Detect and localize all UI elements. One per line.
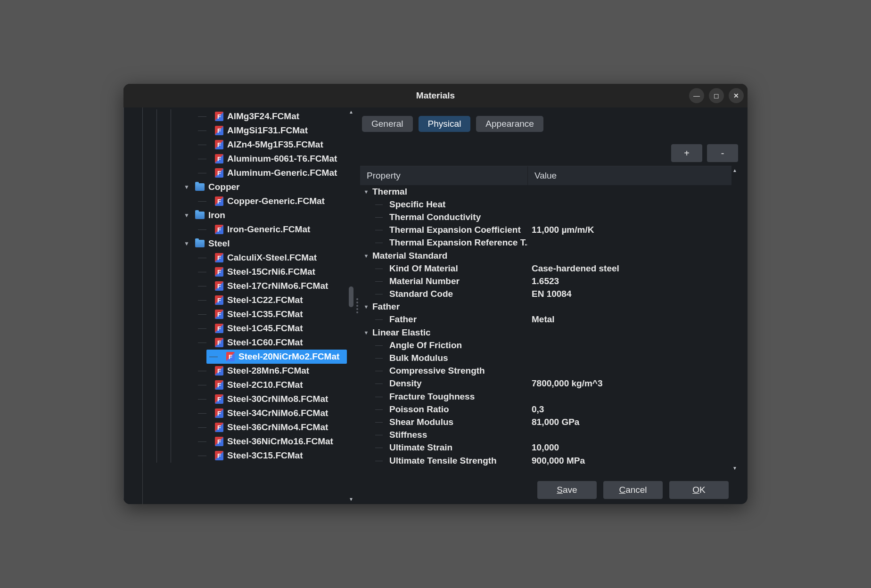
group-label: Material Standard	[372, 251, 447, 261]
material-file[interactable]: FSteel-30CrNiMo8.FCMat	[140, 392, 348, 406]
property-value[interactable]: 10,000	[528, 442, 731, 453]
property-value[interactable]: Metal	[528, 314, 731, 325]
save-button[interactable]: Save	[537, 481, 597, 499]
material-file[interactable]: FSteel-20NiCrMo2.FCMat	[206, 350, 347, 364]
fcmat-icon: F	[215, 154, 223, 163]
property-row[interactable]: Thermal Conductivity	[360, 211, 731, 223]
file-label: AlMg3F24.FCMat	[227, 111, 299, 122]
property-group[interactable]: ▼Linear Elastic	[360, 326, 731, 339]
material-file[interactable]: FSteel-15CrNi6.FCMat	[140, 265, 348, 279]
tab-appearance[interactable]: Appearance	[476, 116, 543, 132]
material-file[interactable]: FSteel-36CrNiMo4.FCMat	[140, 420, 348, 434]
property-value[interactable]: 900,000 MPa	[528, 456, 731, 466]
property-name: Thermal Expansion Reference T...	[389, 237, 528, 248]
property-scrollbar[interactable]: ▲ ▼	[731, 166, 738, 476]
material-tree[interactable]: FAlMg3F24.FCMatFAlMgSi1F31.FCMatFAlZn4-5…	[140, 107, 354, 504]
property-value[interactable]: 1.6523	[528, 276, 731, 286]
property-value[interactable]: 11,000 µm/m/K	[528, 225, 731, 235]
material-file[interactable]: FSteel-36NiCrMo16.FCMat	[140, 434, 348, 449]
property-row[interactable]: FatherMetal	[360, 313, 731, 326]
material-file[interactable]: FSteel-1C45.FCMat	[140, 321, 348, 335]
scroll-up-icon[interactable]: ▲	[348, 109, 354, 115]
material-file[interactable]: FAlMgSi1F31.FCMat	[140, 123, 348, 138]
chevron-down-icon: ▼	[363, 253, 370, 259]
group-label: Linear Elastic	[372, 327, 431, 338]
title-bar: Materials — ◻ ✕	[123, 84, 748, 107]
property-value[interactable]: Case-hardened steel	[528, 263, 731, 274]
property-group[interactable]: ▼Thermal	[360, 185, 731, 198]
property-table[interactable]: Property Value ▼ThermalSpecific HeatTher…	[360, 166, 731, 476]
material-file[interactable]: FSteel-1C22.FCMat	[140, 293, 348, 307]
tree-scrollbar[interactable]: ▲ ▼	[348, 109, 354, 502]
file-label: Steel-36CrNiMo4.FCMat	[227, 422, 328, 433]
property-row[interactable]: Standard CodeEN 10084	[360, 288, 731, 301]
file-label: Steel-1C35.FCMat	[227, 309, 303, 319]
property-row[interactable]: Specific Heat	[360, 198, 731, 211]
property-row[interactable]: Material Number1.6523	[360, 275, 731, 287]
property-row[interactable]: Kind Of MaterialCase-hardened steel	[360, 262, 731, 275]
material-file[interactable]: FSteel-2C10.FCMat	[140, 378, 348, 392]
material-file[interactable]: FSteel-28Mn6.FCMat	[140, 364, 348, 378]
material-file[interactable]: FAlMg3F24.FCMat	[140, 109, 348, 123]
property-row[interactable]: Ultimate Strain10,000	[360, 441, 731, 454]
fcmat-icon: F	[226, 352, 235, 361]
property-group[interactable]: ▼Father	[360, 301, 731, 313]
property-value[interactable]: EN 10084	[528, 289, 731, 299]
scrollbar-thumb[interactable]	[349, 286, 353, 307]
scroll-down-icon[interactable]: ▼	[348, 497, 354, 502]
property-row[interactable]: Fracture Toughness	[360, 390, 731, 403]
ok-button[interactable]: OK	[669, 481, 729, 499]
material-folder[interactable]: ▼Iron	[140, 208, 348, 222]
fcmat-icon: F	[215, 196, 223, 206]
property-value[interactable]: 81,000 GPa	[528, 417, 731, 427]
property-row[interactable]: Stiffness	[360, 429, 731, 441]
pane-splitter[interactable]	[354, 107, 360, 504]
material-file[interactable]: FIron-Generic.FCMat	[140, 222, 348, 237]
material-file[interactable]: FAluminum-6061-T6.FCMat	[140, 152, 348, 166]
material-file[interactable]: FAlZn4-5Mg1F35.FCMat	[140, 138, 348, 152]
material-file[interactable]: FSteel-34CrNiMo6.FCMat	[140, 406, 348, 420]
property-row[interactable]: Thermal Expansion Coefficient11,000 µm/m…	[360, 224, 731, 237]
fcmat-icon: F	[215, 408, 223, 418]
material-file[interactable]: FCalculiX-Steel.FCMat	[140, 251, 348, 265]
property-value[interactable]: 7800,000 kg/m^3	[528, 378, 731, 389]
file-label: Steel-1C60.FCMat	[227, 337, 303, 348]
add-property-button[interactable]: +	[671, 144, 702, 162]
property-row[interactable]: Density7800,000 kg/m^3	[360, 377, 731, 390]
material-file[interactable]: FSteel-1C60.FCMat	[140, 335, 348, 350]
property-row[interactable]: Poisson Ratio 0,3	[360, 403, 731, 416]
fcmat-icon: F	[215, 112, 223, 121]
column-property[interactable]: Property	[360, 166, 528, 185]
property-group[interactable]: ▼Material Standard	[360, 249, 731, 262]
file-label: Steel-36NiCrMo16.FCMat	[227, 436, 333, 447]
material-folder[interactable]: ▼Steel	[140, 237, 348, 251]
fcmat-icon: F	[215, 437, 223, 446]
cancel-button[interactable]: Cancel	[603, 481, 663, 499]
column-value[interactable]: Value	[528, 166, 731, 185]
remove-property-button[interactable]: -	[707, 144, 738, 162]
file-label: Steel-1C45.FCMat	[227, 323, 303, 334]
file-label: Steel-30CrNiMo8.FCMat	[227, 394, 328, 404]
material-file[interactable]: FAluminum-Generic.FCMat	[140, 166, 348, 180]
fcmat-icon: F	[215, 423, 223, 432]
scroll-down-icon[interactable]: ▼	[731, 466, 738, 471]
material-file[interactable]: FCopper-Generic.FCMat	[140, 194, 348, 208]
property-value[interactable]: 0,3	[528, 404, 731, 415]
scroll-up-icon[interactable]: ▲	[731, 168, 738, 173]
file-label: Copper-Generic.FCMat	[227, 196, 325, 206]
folder-icon	[195, 212, 205, 219]
tab-general[interactable]: General	[362, 116, 413, 132]
material-file[interactable]: FSteel-1C35.FCMat	[140, 307, 348, 321]
material-file[interactable]: FSteel-17CrNiMo6.FCMat	[140, 279, 348, 293]
property-row[interactable]: Bulk Modulus	[360, 351, 731, 364]
material-file[interactable]: FSteel-3C15.FCMat	[140, 449, 348, 463]
property-row[interactable]: Compressive Strength	[360, 365, 731, 377]
property-row[interactable]: Shear Modulus81,000 GPa	[360, 416, 731, 428]
property-row[interactable]: Angle Of Friction	[360, 339, 731, 351]
property-row[interactable]: Thermal Expansion Reference T...	[360, 237, 731, 249]
property-name: Ultimate Strain	[389, 442, 452, 453]
file-label: AlZn4-5Mg1F35.FCMat	[227, 139, 323, 150]
material-folder[interactable]: ▼Copper	[140, 180, 348, 194]
tab-physical[interactable]: Physical	[419, 116, 471, 132]
property-row[interactable]: Ultimate Tensile Strength900,000 MPa	[360, 454, 731, 467]
